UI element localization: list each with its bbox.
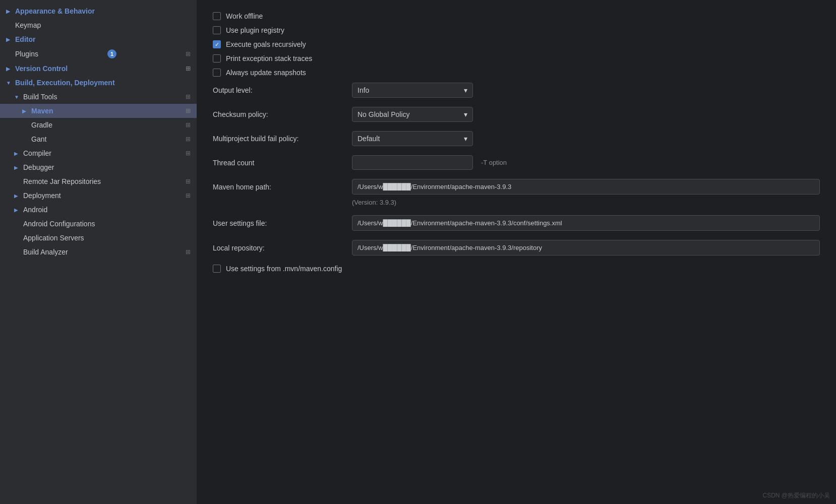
path-input-maven-home-path[interactable] (352, 179, 820, 195)
sidebar-item-label: Gant (31, 135, 46, 143)
settings-icon: ⊞ (186, 192, 191, 199)
settings-icon: ⊞ (186, 178, 191, 185)
field-row-maven-home-path: Maven home path: (213, 179, 820, 195)
sidebar-item-build-analyzer[interactable]: Build Analyzer⊞ (0, 245, 197, 259)
field-row-local-repository: Local repository: (213, 240, 820, 256)
field-row-user-settings-file: User settings file: (213, 215, 820, 231)
sidebar-item-gant[interactable]: Gant⊞ (0, 132, 197, 146)
field-label-output-level: Output level: (213, 86, 344, 94)
sidebar-item-label: Appearance & Behavior (15, 7, 95, 15)
settings-icon: ⊞ (186, 107, 191, 114)
main-content: Work offlineUse plugin registryExecute g… (197, 0, 836, 504)
sidebar-item-remote-jar-repos[interactable]: Remote Jar Repositories⊞ (0, 174, 197, 188)
settings-icon: ⊞ (186, 121, 191, 129)
checkbox-label-execute-goals-recursively: Execute goals recursively (226, 40, 306, 48)
checkbox-label-work-offline: Work offline (226, 12, 263, 20)
checkbox-row-execute-goals-recursively[interactable]: Execute goals recursively (213, 40, 820, 48)
chevron-icon: ▶ (14, 207, 20, 213)
checkbox-label-use-settings-from-mvn: Use settings from .mvn/maven.config (226, 265, 342, 273)
sidebar-item-label: Build Analyzer (23, 248, 68, 256)
maven-version-note: (Version: 3.9.3) (213, 199, 820, 206)
checkbox-always-update-snapshots[interactable] (213, 69, 221, 77)
checkbox-label-print-exception-stack-traces: Print exception stack traces (226, 54, 312, 62)
chevron-icon: ▶ (14, 193, 20, 199)
field-row-thread-count: Thread count-T option (213, 155, 820, 170)
checkbox-label-use-plugin-registry: Use plugin registry (226, 26, 284, 34)
checkbox-use-plugin-registry[interactable] (213, 26, 221, 34)
sidebar: ▶Appearance & BehaviorKeymap▶EditorPlugi… (0, 0, 197, 504)
sidebar-item-plugins[interactable]: Plugins1⊞ (0, 46, 197, 61)
dropdown-output-level[interactable]: Info▾ (352, 83, 473, 98)
watermark: CSDN @热爱编程的小吴 (762, 491, 830, 500)
sidebar-item-appearance-behavior[interactable]: ▶Appearance & Behavior (0, 4, 197, 18)
field-label-checksum-policy: Checksum policy: (213, 110, 344, 118)
sidebar-item-android[interactable]: ▶Android (0, 203, 197, 217)
sidebar-item-label: Compiler (23, 149, 51, 157)
sidebar-item-label: Keymap (15, 21, 41, 29)
sidebar-item-debugger[interactable]: ▶Debugger (0, 160, 197, 174)
checkbox-row-print-exception-stack-traces[interactable]: Print exception stack traces (213, 54, 820, 62)
settings-icon: ⊞ (186, 150, 191, 157)
chevron-down-icon: ▾ (464, 110, 467, 118)
sidebar-item-gradle[interactable]: Gradle⊞ (0, 118, 197, 132)
field-row-checksum-policy: Checksum policy:No Global Policy▾ (213, 107, 820, 122)
thread-suffix: -T option (481, 159, 507, 166)
chevron-down-icon: ▾ (464, 86, 467, 94)
checkbox-use-settings-from-mvn[interactable] (213, 265, 221, 273)
sidebar-item-label: Editor (15, 35, 35, 43)
field-row-output-level: Output level:Info▾ (213, 83, 820, 98)
sidebar-item-build-execution-deployment[interactable]: ▼Build, Execution, Deployment (0, 76, 197, 90)
sidebar-item-editor[interactable]: ▶Editor (0, 32, 197, 46)
sidebar-item-label: Plugins (15, 50, 38, 58)
chevron-icon: ▶ (6, 37, 12, 42)
chevron-icon: ▶ (14, 151, 20, 156)
settings-icon: ⊞ (186, 50, 191, 57)
dropdown-checksum-policy[interactable]: No Global Policy▾ (352, 107, 473, 122)
settings-icon: ⊞ (186, 65, 191, 72)
sidebar-item-label: Deployment (23, 192, 61, 200)
dropdown-value: Info (357, 86, 369, 94)
sidebar-item-label: Debugger (23, 163, 54, 171)
checkbox-print-exception-stack-traces[interactable] (213, 54, 221, 62)
sidebar-item-label: Remote Jar Repositories (23, 177, 101, 185)
sidebar-item-label: Application Servers (23, 234, 84, 242)
field-label-multiproject-build-fail-policy: Multiproject build fail policy: (213, 135, 344, 143)
checkbox-row-work-offline[interactable]: Work offline (213, 12, 820, 20)
checkbox-label-always-update-snapshots: Always update snapshots (226, 69, 306, 77)
settings-icon: ⊞ (186, 136, 191, 143)
sidebar-item-compiler[interactable]: ▶Compiler⊞ (0, 146, 197, 160)
chevron-icon: ▶ (6, 66, 12, 72)
sidebar-item-deployment[interactable]: ▶Deployment⊞ (0, 188, 197, 203)
sidebar-item-version-control[interactable]: ▶Version Control⊞ (0, 61, 197, 76)
sidebar-item-build-tools[interactable]: ▼Build Tools⊞ (0, 90, 197, 104)
sidebar-item-label: Build Tools (23, 93, 57, 101)
sidebar-item-label: Android Configurations (23, 220, 95, 228)
checkbox-row-use-plugin-registry[interactable]: Use plugin registry (213, 26, 820, 34)
path-input-local-repository[interactable] (352, 240, 820, 256)
checkbox-row-always-update-snapshots[interactable]: Always update snapshots (213, 69, 820, 77)
chevron-icon: ▼ (14, 94, 20, 100)
field-label-local-repository: Local repository: (213, 244, 344, 252)
sidebar-item-label: Build, Execution, Deployment (15, 79, 115, 87)
sidebar-item-keymap[interactable]: Keymap (0, 18, 197, 32)
sidebar-item-label: Gradle (31, 121, 52, 129)
sidebar-item-label: Android (23, 206, 47, 214)
field-label-thread-count: Thread count (213, 159, 344, 167)
chevron-icon: ▼ (6, 80, 12, 86)
checkbox-execute-goals-recursively[interactable] (213, 40, 221, 48)
dropdown-multiproject-build-fail-policy[interactable]: Default▾ (352, 131, 473, 146)
input-thread-count[interactable] (352, 155, 473, 170)
field-row-multiproject-build-fail-policy: Multiproject build fail policy:Default▾ (213, 131, 820, 146)
field-label-user-settings-file: User settings file: (213, 219, 344, 227)
chevron-icon: ▶ (6, 9, 12, 14)
sidebar-item-application-servers[interactable]: Application Servers (0, 231, 197, 245)
dropdown-value: Default (357, 135, 380, 143)
path-input-user-settings-file[interactable] (352, 215, 820, 231)
plugins-badge: 1 (107, 49, 116, 58)
sidebar-item-android-configurations[interactable]: Android Configurations (0, 217, 197, 231)
settings-icon: ⊞ (186, 248, 191, 256)
checkbox-work-offline[interactable] (213, 12, 221, 20)
checkbox-row-use-settings-from-mvn[interactable]: Use settings from .mvn/maven.config (213, 265, 820, 273)
sidebar-item-maven[interactable]: ▶Maven⊞ (0, 104, 197, 118)
chevron-down-icon: ▾ (464, 135, 467, 143)
